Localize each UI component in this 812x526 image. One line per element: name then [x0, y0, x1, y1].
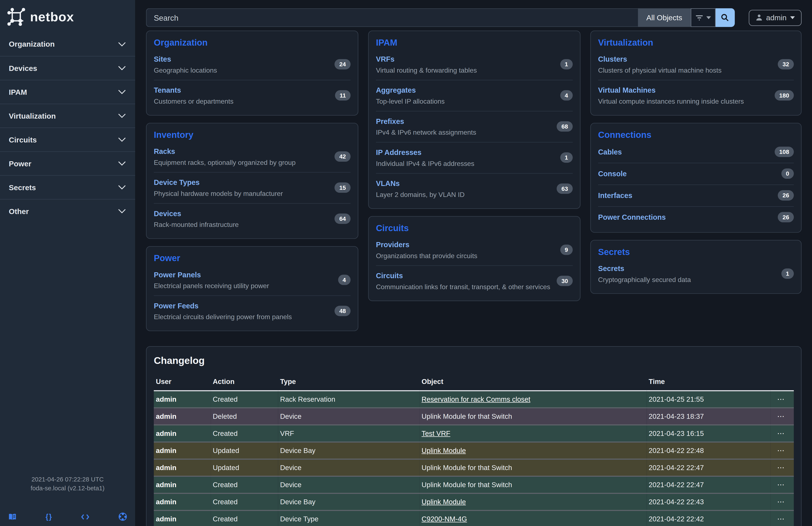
cables-link[interactable]: Cables: [598, 148, 622, 156]
vrfs-link[interactable]: VRFs: [376, 55, 394, 63]
type-cell: Rack Reservation: [278, 391, 420, 408]
item-text: Console: [598, 169, 627, 178]
count-badge: 42: [335, 151, 351, 162]
chevron-down-icon: [118, 42, 126, 46]
row-menu-button[interactable]: ⋯: [777, 515, 785, 523]
search-submit-button[interactable]: [715, 8, 735, 27]
row-menu-button[interactable]: ⋯: [777, 446, 785, 454]
item-text: Virtual MachinesVirtual compute instance…: [598, 85, 744, 105]
sidebar-item-ipam[interactable]: IPAM: [0, 80, 135, 104]
sidebar-item-label: Secrets: [9, 183, 36, 191]
item-description: Layer 2 domains, by VLAN ID: [376, 191, 464, 199]
list-item: Interfaces26: [598, 185, 794, 207]
power-panels-link[interactable]: Power Panels: [154, 271, 201, 279]
item-text: RacksEquipment racks, optionally organiz…: [154, 147, 295, 166]
api-braces-icon[interactable]: { }: [46, 512, 52, 521]
tenants-link[interactable]: Tenants: [154, 86, 181, 94]
row-menu-button[interactable]: ⋯: [777, 412, 785, 420]
item-text: DevicesRack-mounted infrastructure: [154, 209, 239, 228]
providers-link[interactable]: Providers: [376, 240, 409, 248]
item-description: Rack-mounted infrastructure: [154, 221, 239, 229]
prefixes-link[interactable]: Prefixes: [376, 117, 404, 125]
table-row: adminUpdatedDeviceUplink Module for that…: [154, 459, 794, 476]
item-text: VLANsLayer 2 domains, by VLAN ID: [376, 179, 464, 198]
user-menu-button[interactable]: admin: [749, 10, 802, 26]
sites-link[interactable]: Sites: [154, 55, 171, 63]
list-item: Cables108: [598, 141, 794, 163]
search-scope-label: All Objects: [647, 14, 682, 22]
row-menu-button[interactable]: ⋯: [777, 429, 785, 437]
action-cell: Created: [211, 476, 278, 493]
circuits-link[interactable]: Circuits: [376, 272, 403, 280]
object-link[interactable]: Test VRF: [422, 429, 450, 437]
docs-book-icon[interactable]: [8, 512, 16, 521]
item-description: Virtual routing & forwarding tables: [376, 66, 477, 74]
sidebar-item-label: IPAM: [9, 88, 27, 96]
item-text: CircuitsCommunication links for transit,…: [376, 271, 550, 291]
user-cell: admin: [154, 493, 211, 510]
actions-cell: ⋯: [770, 442, 794, 459]
interfaces-link[interactable]: Interfaces: [598, 191, 632, 199]
object-link[interactable]: Uplink Module: [422, 498, 466, 506]
aggregates-link[interactable]: Aggregates: [376, 86, 416, 94]
sidebar-item-label: Virtualization: [9, 112, 56, 120]
power-connections-link[interactable]: Power Connections: [598, 213, 666, 221]
card-title: Secrets: [598, 247, 794, 257]
sidebar-item-power[interactable]: Power: [0, 151, 135, 175]
column-header-time: Time: [647, 374, 770, 391]
row-menu-button[interactable]: ⋯: [777, 498, 785, 506]
racks-link[interactable]: Racks: [154, 147, 175, 155]
actions-cell: ⋯: [770, 493, 794, 510]
sidebar-item-devices[interactable]: Devices: [0, 56, 135, 80]
changelog-table: UserActionTypeObjectTime adminCreatedRac…: [154, 374, 794, 526]
netbox-logo[interactable]: netbox: [0, 0, 135, 32]
list-item: DevicesRack-mounted infrastructure64: [154, 204, 350, 232]
card-secrets: SecretsSecretsCryptographically secured …: [590, 240, 802, 294]
vlans-link[interactable]: VLANs: [376, 179, 400, 187]
chevron-down-icon: [118, 161, 126, 166]
sidebar-item-circuits[interactable]: Circuits: [0, 128, 135, 151]
item-text: Interfaces: [598, 191, 632, 200]
power-feeds-link[interactable]: Power Feeds: [154, 302, 199, 310]
secrets-link[interactable]: Secrets: [598, 264, 624, 272]
sidebar-item-organization[interactable]: Organization: [0, 32, 135, 56]
row-menu-button[interactable]: ⋯: [777, 463, 785, 471]
chevron-down-icon: [790, 16, 795, 19]
row-menu-button[interactable]: ⋯: [777, 395, 785, 403]
count-badge: 32: [778, 59, 794, 69]
count-badge: 108: [774, 147, 794, 157]
console-link[interactable]: Console: [598, 170, 627, 178]
clusters-link[interactable]: Clusters: [598, 55, 627, 63]
count-badge: 9: [560, 245, 572, 255]
virtual-machines-link[interactable]: Virtual Machines: [598, 86, 656, 94]
actions-cell: ⋯: [770, 476, 794, 493]
chevron-down-icon: [118, 185, 126, 189]
action-cell: Created: [211, 493, 278, 510]
sidebar-item-other[interactable]: Other: [0, 199, 135, 223]
community-help-icon[interactable]: [118, 512, 127, 521]
devices-link[interactable]: Devices: [154, 209, 181, 218]
row-menu-button[interactable]: ⋯: [777, 480, 785, 489]
search-filter-button[interactable]: [691, 8, 715, 27]
sidebar-item-secrets[interactable]: Secrets: [0, 175, 135, 199]
search-scope-select[interactable]: All Objects: [638, 8, 691, 27]
time-cell: 2021-04-22 22:47: [647, 476, 770, 493]
ip-addresses-link[interactable]: IP Addresses: [376, 148, 421, 156]
source-code-icon[interactable]: [81, 512, 90, 521]
object-cell: Uplink Module: [420, 493, 647, 510]
object-link[interactable]: Uplink Module: [422, 446, 466, 454]
search-input[interactable]: [146, 8, 638, 27]
sidebar-item-virtualization[interactable]: Virtualization: [0, 104, 135, 128]
object-link[interactable]: C9200-NM-4G: [422, 515, 467, 523]
object-link[interactable]: Reservation for rack Comms closet: [422, 395, 531, 403]
card-ipam: IPAMVRFsVirtual routing & forwarding tab…: [368, 31, 581, 209]
item-description: Physical hardware models by manufacturer: [154, 190, 283, 198]
column-header-object: Object: [420, 374, 647, 391]
device-types-link[interactable]: Device Types: [154, 179, 200, 187]
object-cell: Uplink Module: [420, 442, 647, 459]
type-cell: Device Type: [278, 510, 420, 526]
sidebar-item-label: Circuits: [9, 136, 37, 144]
count-badge: 15: [335, 182, 351, 193]
table-row: adminCreatedVRFTest VRF2021-04-23 16:15⋯: [154, 425, 794, 442]
search-bar: All Objects: [146, 8, 735, 27]
